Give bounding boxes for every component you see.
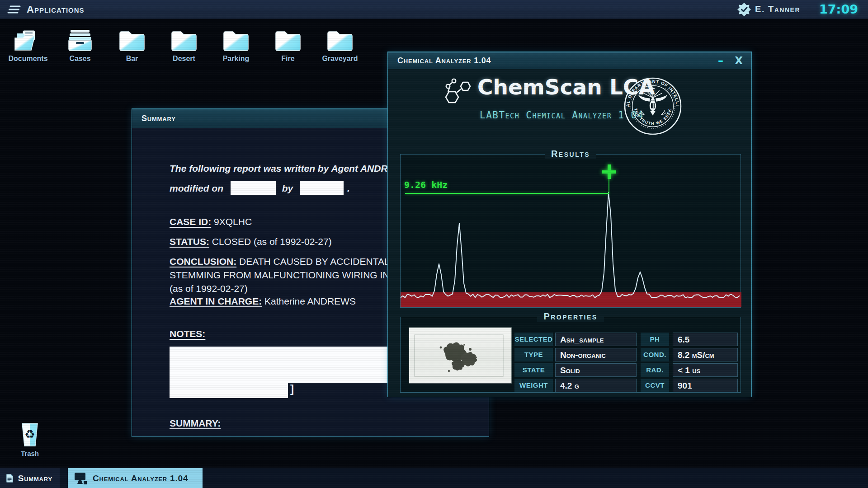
- desktop-icon-label: Parking: [223, 55, 250, 63]
- prop-label-state: State: [514, 363, 553, 377]
- prop-value-state: Solid: [555, 363, 637, 377]
- taskbar-item-label: Summary: [18, 474, 52, 483]
- app-brand-subtitle: LABTech Chemical Analyzer 1.04: [480, 110, 644, 121]
- conclusion-label: CONCLUSION:: [170, 256, 236, 267]
- user-badge-icon: [737, 3, 751, 16]
- folder-icon: [273, 28, 303, 52]
- ash-sample-image: [409, 328, 512, 384]
- desktop-icon-bar[interactable]: Bar: [111, 28, 153, 63]
- summary-section-label: SUMMARY:: [170, 418, 221, 428]
- desktop-icon-graveyard[interactable]: Graveyard: [319, 28, 361, 63]
- prop-value-cond: 8.2 mS/cm: [673, 348, 738, 361]
- conclusion-line1: DEATH CAUSED BY ACCIDENTAL FIR: [239, 256, 407, 267]
- desktop-icon-fire[interactable]: Fire: [267, 28, 309, 63]
- properties-panel-legend: Properties: [401, 311, 741, 322]
- chemical-analyzer-window: Chemical Analyzer 1.04 – X ChemScan LCA …: [387, 52, 752, 397]
- notes-label: NOTES:: [170, 328, 205, 339]
- desktop-icon-label: Fire: [281, 55, 294, 63]
- trash-bin[interactable]: ♻ Trash: [15, 422, 44, 457]
- case-id-value: 9XQLHC: [214, 216, 252, 227]
- applications-menu-button[interactable]: Applications: [0, 4, 85, 15]
- folder-icon: [169, 28, 199, 52]
- user-name: E. Tanner: [755, 4, 800, 14]
- desktop-icon-parking[interactable]: Parking: [215, 28, 257, 63]
- minimize-button[interactable]: –: [713, 53, 728, 68]
- close-button[interactable]: X: [731, 53, 746, 68]
- desktop-icon-cases[interactable]: Cases: [59, 28, 101, 63]
- status-label: STATUS:: [170, 236, 209, 247]
- trash-recycle-icon: ♻: [19, 422, 40, 448]
- desktop-icon-desert[interactable]: Desert: [163, 28, 205, 63]
- conclusion-row-3: (as of 1992-02-27): [170, 283, 248, 294]
- desktop-icon-label: Documents: [8, 55, 47, 63]
- prop-value-weight: 4.2 g: [555, 379, 637, 392]
- clock: 17:09: [819, 2, 858, 16]
- intro-modified-on-text: modified on: [170, 183, 223, 193]
- folder-icon: [325, 28, 355, 52]
- intro-period: .: [347, 183, 350, 193]
- agent-label: AGENT IN CHARGE:: [170, 296, 262, 306]
- prop-label-type: Type: [514, 348, 553, 361]
- case-id-label: CASE ID:: [170, 216, 211, 227]
- federal-department-seal: FEDERAL DEPARTMENT OF INTELLIGENCE THE T…: [624, 77, 682, 135]
- summary-window-title: Summary: [142, 114, 176, 123]
- svg-text:♻: ♻: [24, 427, 35, 441]
- conclusion-row-1: CONCLUSION: DEATH CAUSED BY ACCIDENTAL F…: [170, 256, 407, 267]
- folder-icon: [117, 28, 147, 52]
- summary-section-row: SUMMARY:: [170, 418, 221, 429]
- spectrum-line: [401, 192, 740, 298]
- top-menu-bar: Applications E. Tanner 17:09: [0, 0, 868, 19]
- taskbar: Summary Chemical Analyzer 1.04: [0, 468, 868, 488]
- report-intro-line1: The following report was written by Agen…: [170, 163, 409, 174]
- folder-icon: [221, 28, 251, 52]
- case-tray-icon: [65, 28, 95, 52]
- redacted-notes-block-2: [170, 383, 288, 398]
- taskbar-item-summary[interactable]: Summary: [0, 468, 60, 488]
- desktop-icon-documents[interactable]: Documents: [7, 28, 49, 63]
- topbar-right-group: E. Tanner 17:09: [737, 2, 868, 16]
- notes-bracket: ]: [290, 383, 294, 395]
- desktop-icon-label: Cases: [69, 55, 90, 63]
- spectrum-plot: [401, 155, 741, 308]
- status-row: STATUS: CLOSED (as of 1992-02-27): [170, 236, 332, 247]
- prop-label-rad: Rad.: [641, 363, 669, 377]
- desktop-icon-label: Bar: [126, 55, 138, 63]
- conclusion-row-2: STEMMING FROM MALFUNCTIONING WIRING IN V…: [170, 270, 414, 281]
- prop-label-selected: Selected: [514, 333, 553, 346]
- prop-label-ccvt: CCVT: [641, 379, 669, 392]
- frequency-readout-label: 9.26 kHz: [404, 179, 448, 190]
- document-icon: [6, 472, 13, 485]
- prop-label-weight: Weight: [514, 379, 553, 392]
- applications-menu-label: Applications: [27, 4, 85, 15]
- summary-text-line1: The fire started on 1992-02-25 around 2:…: [170, 435, 410, 436]
- desktop-icon-label: Graveyard: [322, 55, 358, 63]
- chem-window-titlebar[interactable]: Chemical Analyzer 1.04: [388, 52, 751, 69]
- desktop-icon-label: Desert: [173, 55, 195, 63]
- seal-eagle-emblem: [638, 87, 667, 116]
- hamburger-menu-icon: [7, 5, 21, 14]
- sample-photo: [409, 327, 512, 383]
- peak-threshold-line: [405, 193, 609, 194]
- user-chip[interactable]: E. Tanner: [737, 3, 800, 16]
- agent-value: Katherine ANDREWS: [264, 296, 356, 306]
- trash-label: Trash: [21, 450, 39, 457]
- desktop-icon-row: Documents Cases Bar Desert Parki: [7, 28, 361, 63]
- spectrum-chart: 9.26 kHz: [401, 155, 741, 307]
- prop-value-type: Non-organic: [555, 348, 637, 361]
- prop-label-cond: Cond.: [641, 348, 669, 361]
- open-folder-icon: [13, 28, 43, 52]
- redacted-name-field: [300, 181, 344, 195]
- results-panel: Results 9.26 kHz: [400, 154, 741, 308]
- notes-row: NOTES:: [170, 328, 205, 339]
- chem-window-title: Chemical Analyzer 1.04: [397, 56, 491, 66]
- report-intro-line2: modified on by .: [170, 181, 350, 195]
- peak-connector-line: [609, 179, 609, 193]
- prop-value-rad: < 1 us: [673, 363, 738, 377]
- prop-value-selected[interactable]: Ash_sample: [555, 333, 637, 346]
- prop-label-ph: PH: [641, 333, 669, 346]
- case-id-row: CASE ID: 9XQLHC: [170, 216, 252, 227]
- peak-crosshair-marker[interactable]: [602, 164, 616, 179]
- properties-title: Properties: [537, 311, 604, 322]
- molecule-icon: [444, 76, 475, 109]
- taskbar-item-chemical-analyzer[interactable]: Chemical Analyzer 1.04: [68, 468, 203, 488]
